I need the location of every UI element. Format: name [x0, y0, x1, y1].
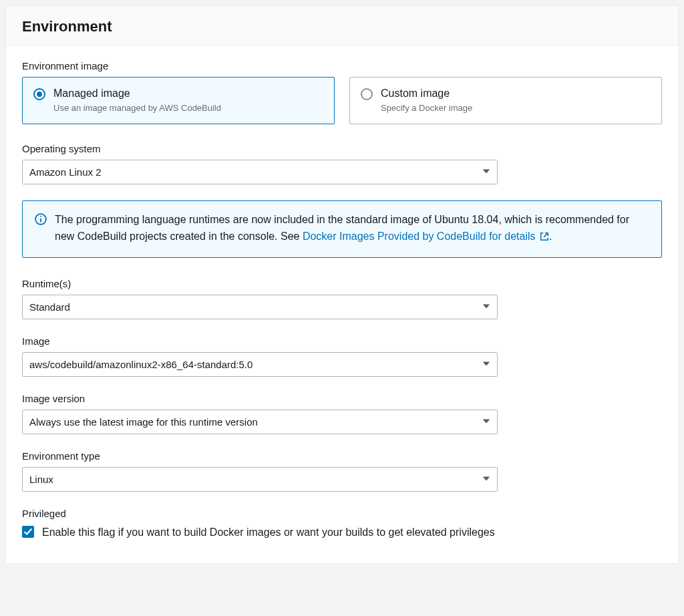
section-title: Environment	[22, 18, 662, 35]
runtime-label: Runtime(s)	[22, 278, 662, 289]
image-version-select[interactable]: Always use the latest image for this run…	[22, 410, 498, 434]
info-alert: The programming language runtimes are no…	[22, 200, 662, 258]
privileged-desc: Enable this flag if you want to build Do…	[42, 524, 495, 541]
docker-images-link[interactable]: Docker Images Provided by CodeBuild for …	[303, 230, 549, 242]
env-image-options: Managed image Use an image managed by AW…	[22, 77, 662, 124]
environment-card: Environment Environment image Managed im…	[5, 5, 679, 564]
image-value: aws/codebuild/amazonlinux2-x86_64-standa…	[29, 359, 252, 370]
info-icon	[35, 213, 47, 247]
card-header: Environment	[6, 6, 678, 45]
runtime-value: Standard	[29, 301, 70, 313]
svg-point-2	[40, 216, 41, 217]
image-version-label: Image version	[22, 393, 662, 404]
tile-title: Custom image	[381, 87, 472, 101]
os-value: Amazon Linux 2	[29, 166, 102, 178]
env-image-option-managed[interactable]: Managed image Use an image managed by AW…	[22, 77, 335, 124]
env-image-label: Environment image	[22, 60, 662, 71]
radio-icon	[361, 88, 373, 100]
alert-text-after: .	[549, 230, 552, 242]
privileged-checkbox[interactable]	[22, 526, 34, 538]
env-type-label: Environment type	[22, 450, 662, 462]
runtime-select[interactable]: Standard	[22, 295, 498, 319]
tile-desc: Specify a Docker image	[381, 102, 472, 114]
chevron-down-icon	[482, 472, 490, 486]
external-link-icon	[540, 230, 549, 247]
image-version-value: Always use the latest image for this run…	[29, 416, 258, 428]
tile-desc: Use an image managed by AWS CodeBuild	[53, 102, 221, 114]
env-type-value: Linux	[29, 474, 53, 485]
chevron-down-icon	[482, 300, 490, 314]
env-type-select[interactable]: Linux	[22, 467, 498, 492]
os-label: Operating system	[22, 143, 662, 154]
env-image-option-custom[interactable]: Custom image Specify a Docker image	[349, 77, 662, 124]
chevron-down-icon	[482, 357, 490, 371]
privileged-label: Privileged	[22, 508, 662, 519]
image-select[interactable]: aws/codebuild/amazonlinux2-x86_64-standa…	[22, 352, 498, 377]
tile-title: Managed image	[53, 87, 221, 101]
info-alert-text: The programming language runtimes are no…	[55, 212, 649, 247]
radio-icon	[33, 88, 45, 100]
os-select[interactable]: Amazon Linux 2	[22, 160, 498, 184]
chevron-down-icon	[482, 415, 490, 429]
chevron-down-icon	[482, 165, 490, 179]
image-label: Image	[22, 335, 662, 347]
